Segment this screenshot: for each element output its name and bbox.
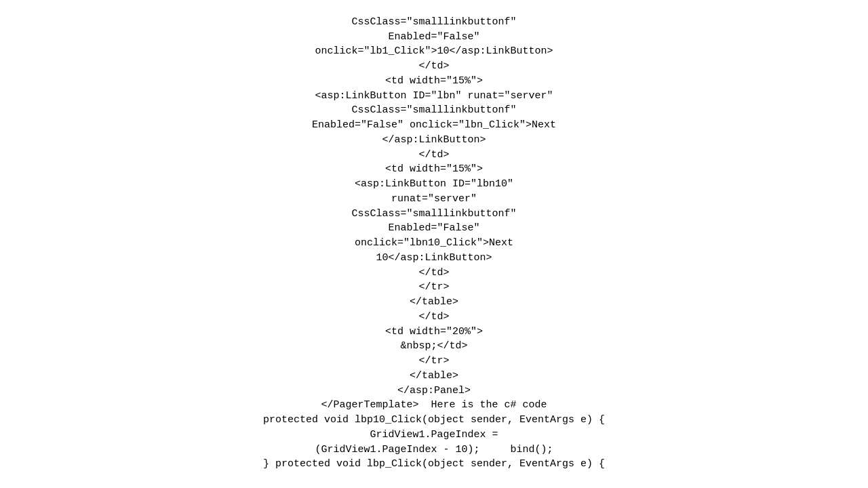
code-line: 10</asp:LinkButton> <box>14 251 854 266</box>
code-line: <td width="15%"> <box>14 74 854 89</box>
code-line: GridView1.PageIndex = <box>14 428 854 443</box>
code-line: CssClass="smalllinkbuttonf" <box>14 103 854 118</box>
code-line: onclick="lb1_Click">10</asp:LinkButton> <box>14 44 854 59</box>
code-line: Enabled="False" <box>14 30 854 45</box>
code-line: <asp:LinkButton ID="lbn10" <box>14 177 854 192</box>
code-line: </td> <box>14 148 854 163</box>
code-line: </tr> <box>14 354 854 369</box>
code-line: CssClass="smalllinkbuttonf" <box>14 207 854 222</box>
code-line: <asp:LinkButton ID="lbn" runat="server" <box>14 89 854 104</box>
code-line: </td> <box>14 59 854 74</box>
code-line: </table> <box>14 295 854 310</box>
code-line: Enabled="False" onclick="lbn_Click">Next <box>14 118 854 133</box>
code-line: </td> <box>14 310 854 325</box>
code-line: onclick="lbn10_Click">Next <box>14 236 854 251</box>
code-line: runat="server" <box>14 192 854 207</box>
code-line: protected void lbp10_Click(object sender… <box>14 413 854 428</box>
code-line: </tr> <box>14 280 854 295</box>
code-line: </asp:LinkButton> <box>14 133 854 148</box>
code-line: &nbsp;</td> <box>14 339 854 354</box>
code-line: } protected void lbp_Click(object sender… <box>14 457 854 472</box>
code-line: </td> <box>14 266 854 281</box>
code-line: <td width="15%"> <box>14 162 854 177</box>
code-content: CssClass="smalllinkbuttonf"Enabled="Fals… <box>0 0 868 472</box>
code-line: CssClass="smalllinkbuttonf" <box>14 15 854 30</box>
code-line: </asp:Panel> <box>14 384 854 399</box>
code-line: (GridView1.PageIndex - 10); bind(); <box>14 443 854 458</box>
code-line: <td width="20%"> <box>14 325 854 340</box>
code-line: </PagerTemplate> Here is the c# code <box>14 398 854 413</box>
code-line: Enabled="False" <box>14 221 854 236</box>
code-line: </table> <box>14 369 854 384</box>
